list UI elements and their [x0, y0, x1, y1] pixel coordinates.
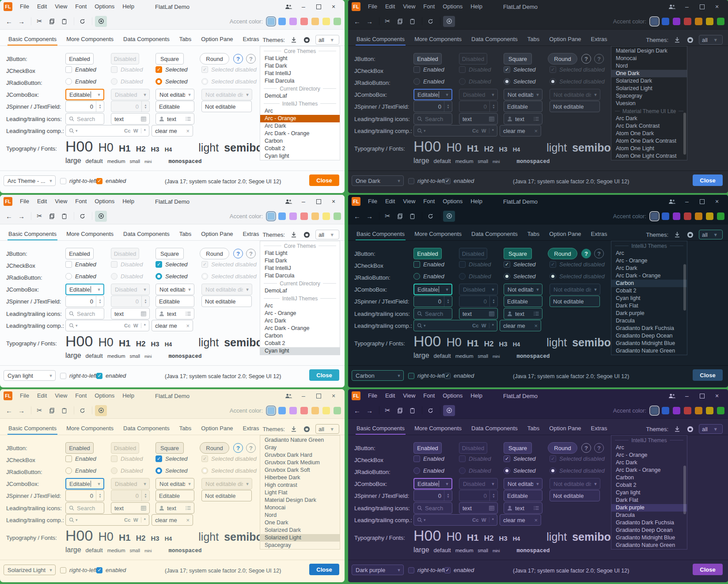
download-icon[interactable] — [290, 425, 298, 433]
user-field[interactable]: text — [504, 308, 542, 319]
theme-list-item[interactable]: Solarized Light — [611, 85, 687, 92]
theme-list-item[interactable]: DemoLaf — [260, 287, 340, 295]
spinner-down-icon[interactable]: ▼ — [99, 496, 101, 498]
menu-file[interactable]: File — [16, 389, 33, 402]
enabled-checkbox[interactable]: ✓ enabled — [444, 372, 474, 379]
menu-file[interactable]: File — [16, 195, 33, 208]
users-icon[interactable] — [664, 1, 679, 12]
whole-words-icon[interactable]: W — [482, 128, 486, 133]
radio-enabled[interactable]: Enabled — [65, 467, 96, 474]
help-icon[interactable]: ? — [233, 249, 243, 258]
refresh-icon[interactable] — [425, 405, 436, 416]
help-icon[interactable]: ? — [246, 54, 256, 64]
theme-list-item[interactable]: Arc — [260, 107, 340, 115]
chevron-down-icon[interactable]: ▾ — [185, 287, 194, 292]
theme-list-item[interactable]: Cobalt 2 — [611, 482, 687, 489]
tab-data-components[interactable]: Data Components — [118, 34, 174, 46]
close-button[interactable]: Close — [693, 369, 723, 381]
close-window-button[interactable]: × — [709, 390, 724, 402]
menu-view[interactable]: View — [399, 0, 419, 13]
chevron-down-icon[interactable]: ▾ — [76, 129, 78, 133]
not-editable-combobox[interactable]: Not editable ▾ — [504, 478, 542, 489]
accent-swatch[interactable] — [334, 212, 341, 220]
tab-option-pane[interactable]: Option Pane — [544, 228, 586, 240]
paste-icon[interactable] — [407, 405, 418, 416]
users-icon[interactable] — [281, 196, 296, 207]
tab-more-components[interactable]: More Components — [410, 34, 466, 46]
regex-icon[interactable]: * — [492, 128, 494, 133]
editable-textfield[interactable]: Editable — [504, 101, 542, 112]
square-button[interactable]: Square — [504, 248, 532, 259]
minimize-button[interactable]: – — [296, 1, 311, 12]
theme-list-item[interactable]: Dracula — [611, 317, 687, 325]
tab-extras[interactable]: Extras — [586, 34, 612, 46]
forward-icon[interactable]: → — [16, 16, 27, 27]
accent-swatch[interactable] — [695, 212, 702, 220]
user-field[interactable]: text — [155, 502, 194, 514]
tab-basic-components[interactable]: Basic Components — [4, 423, 61, 435]
clear-icon[interactable]: × — [186, 517, 190, 523]
accent-swatch[interactable] — [311, 212, 319, 220]
chevron-down-icon[interactable]: ▾ — [185, 92, 194, 98]
accent-swatch[interactable] — [662, 407, 669, 414]
copy-icon[interactable] — [394, 405, 406, 416]
refresh-icon[interactable] — [425, 16, 436, 27]
checkbox-enabled[interactable]: Enabled — [413, 455, 444, 462]
search-field[interactable]: Search — [65, 308, 104, 319]
help-icon[interactable]: ? — [246, 443, 256, 453]
menu-edit[interactable]: Edit — [33, 389, 51, 402]
close-window-button[interactable]: × — [326, 390, 341, 402]
help-icon[interactable]: ? — [594, 54, 604, 64]
theme-list-item[interactable]: Carbon — [260, 137, 340, 145]
theme-list-item[interactable]: Cyan light — [611, 295, 687, 302]
accent-swatch[interactable] — [334, 407, 341, 414]
enabled-button[interactable]: Enabled — [413, 442, 442, 454]
editable-textfield[interactable]: Editable — [155, 490, 194, 501]
clearable-field[interactable]: clear me × — [152, 514, 193, 526]
tab-extras[interactable]: Extras — [238, 228, 264, 240]
theme-list-item[interactable]: Spacegray — [611, 92, 687, 100]
forward-icon[interactable]: → — [364, 405, 375, 416]
close-window-button[interactable]: × — [326, 1, 341, 12]
spinner-arrows[interactable]: ▲▼ — [444, 296, 452, 307]
user-field[interactable]: text — [504, 502, 542, 514]
user-field[interactable]: text — [155, 113, 194, 125]
not-editable-combobox[interactable]: Not editable ▾ — [155, 284, 194, 295]
clearable-field[interactable]: clear me × — [500, 514, 541, 526]
right-to-left-checkbox[interactable]: right-to-left — [60, 178, 97, 184]
theme-list-item[interactable]: One Dark — [260, 519, 340, 527]
inspect-eye-icon[interactable] — [443, 211, 455, 222]
tab-extras[interactable]: Extras — [238, 423, 264, 435]
help-icon[interactable]: ? — [581, 249, 591, 258]
chevron-down-icon[interactable]: ▾ — [533, 481, 542, 487]
theme-list-item[interactable]: Atom One Dark Contrast — [611, 137, 687, 145]
accent-swatch[interactable] — [289, 407, 297, 414]
list-icon[interactable] — [186, 311, 191, 316]
tab-basic-components[interactable]: Basic Components — [352, 423, 410, 435]
theme-list-item[interactable]: Flat Dark — [260, 257, 340, 265]
chevron-down-icon[interactable]: ▾ — [443, 287, 451, 292]
spinner[interactable]: 0 ▲▼ — [65, 101, 104, 112]
theme-list-item[interactable]: Dark Flat — [611, 302, 687, 310]
enabled-button[interactable]: Enabled — [65, 442, 94, 454]
accent-swatch[interactable] — [651, 212, 658, 220]
copy-icon[interactable] — [394, 211, 406, 222]
search-field[interactable]: Search — [65, 113, 104, 125]
paste-icon[interactable] — [59, 405, 70, 416]
enabled-checkbox[interactable]: ✓ enabled — [444, 178, 474, 184]
menu-file[interactable]: File — [364, 195, 381, 208]
chevron-down-icon[interactable]: ▾ — [185, 481, 194, 487]
theme-list-item[interactable]: Flat Dark — [260, 62, 340, 70]
themes-filter-combo[interactable]: all ▾ — [315, 230, 339, 239]
search-field[interactable]: Search — [65, 502, 104, 514]
tab-basic-components[interactable]: Basic Components — [352, 228, 410, 240]
calendar-icon[interactable] — [489, 116, 494, 121]
search-field[interactable]: Search — [413, 308, 452, 319]
accent-swatch[interactable] — [717, 407, 724, 414]
menu-font[interactable]: Font — [71, 195, 91, 208]
copy-icon[interactable] — [46, 211, 57, 222]
theme-list-item[interactable]: Gradianto Nature Green — [611, 542, 687, 549]
cut-icon[interactable]: ✂ — [34, 405, 45, 416]
spinner-down-icon[interactable]: ▼ — [447, 106, 449, 109]
round-button[interactable]: Round — [200, 248, 229, 259]
